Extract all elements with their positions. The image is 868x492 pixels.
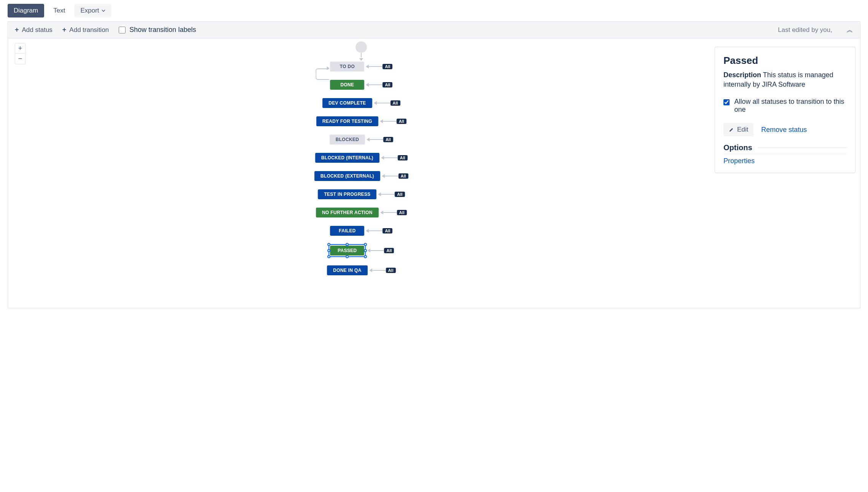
edit-button[interactable]: Edit (723, 123, 754, 136)
status-row: DEV COMPLETEAll (323, 98, 400, 108)
detail-title: Passed (723, 55, 847, 67)
show-transition-labels-toggle[interactable]: Show transition labels (119, 26, 196, 34)
all-transition-badge[interactable]: All (383, 82, 393, 87)
status-row: FAILEDAll (330, 226, 393, 236)
remove-status-link[interactable]: Remove status (761, 126, 807, 134)
transition-connector: All (366, 82, 393, 87)
status-detail-panel: Passed Description This status is manage… (715, 47, 855, 173)
show-transition-labels-checkbox[interactable] (119, 27, 126, 33)
all-transition-badge[interactable]: All (396, 119, 406, 124)
detail-description: Description This status is managed inter… (723, 70, 847, 89)
start-node[interactable] (356, 41, 367, 53)
collapse-icon[interactable]: ︽ (842, 25, 853, 34)
status-row: TO DOAll (330, 62, 393, 71)
all-transition-badge[interactable]: All (395, 192, 405, 197)
all-transition-badge[interactable]: All (398, 173, 408, 179)
status-row: READY FOR TESTINGAll (316, 116, 407, 126)
resize-handle[interactable] (364, 243, 367, 246)
status-node[interactable]: READY FOR TESTING (316, 116, 378, 126)
transition-connector: All (374, 100, 400, 106)
status-row: DONEAll (330, 80, 393, 90)
transition-connector: All (378, 192, 405, 197)
all-transition-badge[interactable]: All (386, 268, 396, 273)
transition-connector: All (382, 173, 408, 179)
resize-handle[interactable] (364, 255, 367, 258)
plus-icon: + (62, 26, 67, 34)
add-status-button[interactable]: + Add status (15, 26, 52, 34)
all-transition-badge[interactable]: All (384, 248, 394, 253)
status-row: NO FURTHER ACTIONAll (316, 208, 407, 217)
edit-button-label: Edit (737, 126, 748, 133)
status-node[interactable]: NO FURTHER ACTION (316, 208, 379, 217)
transition-connector: All (367, 137, 393, 142)
last-edited-text: Last edited by you, (778, 26, 832, 34)
options-header: Options (723, 143, 847, 154)
add-transition-button[interactable]: + Add transition (62, 26, 109, 34)
loopback-arrow (316, 68, 329, 80)
workflow-canvas[interactable]: TO DOAllDONEAllDEV COMPLETEAllREADY FOR … (8, 38, 715, 308)
all-transition-badge[interactable]: All (383, 137, 393, 142)
status-node[interactable]: DONE IN QA (327, 265, 367, 275)
transition-connector: All (369, 268, 396, 273)
properties-link[interactable]: Properties (723, 157, 847, 165)
transition-connector: All (366, 64, 393, 69)
add-status-label: Add status (22, 26, 52, 34)
transition-connector: All (366, 228, 393, 233)
toolbar: + Add status + Add transition Show trans… (8, 21, 860, 38)
options-header-label: Options (723, 143, 752, 152)
resize-handle[interactable] (327, 255, 331, 258)
resize-handle[interactable] (364, 249, 367, 252)
selected-status[interactable]: PASSED (329, 244, 366, 257)
status-node[interactable]: DEV COMPLETE (323, 98, 372, 108)
all-transition-badge[interactable]: All (397, 210, 407, 215)
pencil-icon (729, 127, 734, 132)
status-row: BLOCKEDAll (329, 135, 393, 144)
plus-icon: + (15, 26, 19, 34)
description-label: Description (723, 71, 761, 79)
tab-text[interactable]: Text (47, 4, 71, 17)
transition-connector: All (367, 248, 394, 253)
tab-diagram[interactable]: Diagram (8, 4, 44, 17)
status-node[interactable]: FAILED (330, 226, 364, 236)
status-node[interactable]: BLOCKED (EXTERNAL) (315, 171, 380, 181)
transition-connector: All (380, 119, 406, 124)
allow-all-toggle[interactable]: Allow all statuses to transition to this… (723, 98, 847, 114)
all-transition-badge[interactable]: All (383, 228, 393, 233)
transition-connector: All (380, 210, 407, 215)
chevron-down-icon (102, 10, 105, 12)
allow-all-checkbox[interactable] (723, 99, 730, 106)
all-transition-badge[interactable]: All (383, 64, 393, 69)
resize-handle[interactable] (346, 255, 349, 258)
add-transition-label: Add transition (69, 26, 109, 34)
status-node[interactable]: TEST IN PROGRESS (318, 189, 377, 199)
allow-all-label: Allow all statuses to transition to this… (734, 98, 847, 114)
workflow-diagram: TO DOAllDONEAllDEV COMPLETEAllREADY FOR … (315, 41, 409, 284)
status-node[interactable]: PASSED (330, 246, 364, 256)
status-node[interactable]: BLOCKED (329, 135, 365, 144)
resize-handle[interactable] (346, 243, 349, 246)
status-row: TEST IN PROGRESSAll (318, 189, 405, 199)
show-transition-labels-label: Show transition labels (129, 26, 196, 34)
status-row: DONE IN QAAll (327, 265, 396, 275)
resize-handle[interactable] (327, 249, 331, 252)
tab-export[interactable]: Export (74, 4, 111, 17)
status-node[interactable]: DONE (330, 80, 364, 90)
view-tabs: Diagram Text Export (8, 4, 860, 17)
all-transition-badge[interactable]: All (390, 100, 400, 106)
all-transition-badge[interactable]: All (397, 155, 407, 160)
status-row: PASSEDAll (329, 244, 394, 257)
tab-export-label: Export (80, 7, 99, 14)
status-row: BLOCKED (EXTERNAL)All (315, 171, 409, 181)
transition-connector: All (381, 155, 407, 160)
status-node[interactable]: TO DO (330, 62, 364, 71)
workflow-canvas-area: + − TO DOAllDONEAllDEV COMPLETEAllREADY … (8, 38, 860, 308)
status-row: BLOCKED (INTERNAL)All (315, 153, 408, 163)
status-node[interactable]: BLOCKED (INTERNAL) (315, 153, 380, 163)
